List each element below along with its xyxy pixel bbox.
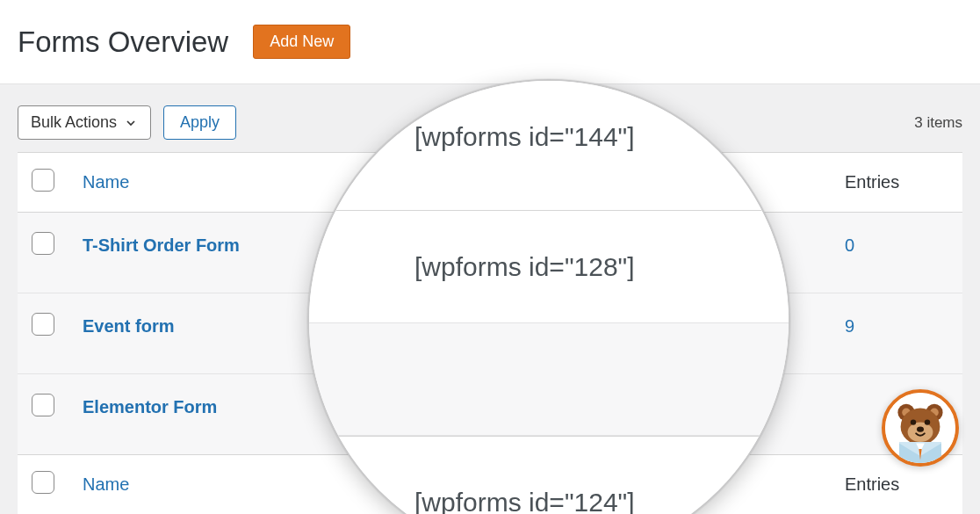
column-header-entries[interactable]: Entries bbox=[831, 153, 962, 213]
row-checkbox[interactable] bbox=[32, 394, 54, 416]
shortcode-text: [wpforms id="124"] bbox=[414, 488, 635, 515]
column-footer-entries[interactable]: Entries bbox=[831, 455, 962, 515]
form-name-link[interactable]: Elementor Form bbox=[83, 397, 217, 416]
bear-icon bbox=[885, 393, 955, 463]
select-all-checkbox[interactable] bbox=[32, 169, 54, 192]
svg-point-9 bbox=[917, 426, 924, 431]
bulk-actions-label: Bulk Actions bbox=[31, 113, 117, 132]
page-header: Forms Overview Add New bbox=[0, 0, 980, 83]
form-name-link[interactable]: T-Shirt Order Form bbox=[83, 235, 240, 255]
magnified-row bbox=[309, 323, 789, 436]
help-avatar-button[interactable] bbox=[882, 389, 959, 467]
form-name-link[interactable]: Event form bbox=[83, 316, 174, 336]
shortcode-text: [wpforms id="144"] bbox=[414, 122, 635, 152]
page-title: Forms Overview bbox=[18, 25, 228, 59]
select-all-checkbox-bottom[interactable] bbox=[32, 471, 54, 494]
toolbar-left: Bulk Actions Apply bbox=[18, 105, 236, 140]
entries-link[interactable]: 9 bbox=[845, 316, 854, 336]
svg-point-8 bbox=[925, 419, 930, 424]
svg-point-7 bbox=[911, 419, 916, 424]
chevron-down-icon bbox=[124, 116, 138, 130]
add-new-button[interactable]: Add New bbox=[253, 25, 350, 59]
entries-link[interactable]: 0 bbox=[845, 235, 854, 255]
items-count: 3 items bbox=[914, 114, 962, 132]
apply-button[interactable]: Apply bbox=[163, 105, 236, 140]
row-checkbox[interactable] bbox=[32, 313, 54, 336]
bulk-actions-select[interactable]: Bulk Actions bbox=[18, 105, 151, 140]
shortcode-text: [wpforms id="128"] bbox=[414, 252, 635, 282]
magnified-row: [wpforms id="128"] bbox=[309, 211, 789, 323]
row-checkbox[interactable] bbox=[32, 232, 54, 255]
